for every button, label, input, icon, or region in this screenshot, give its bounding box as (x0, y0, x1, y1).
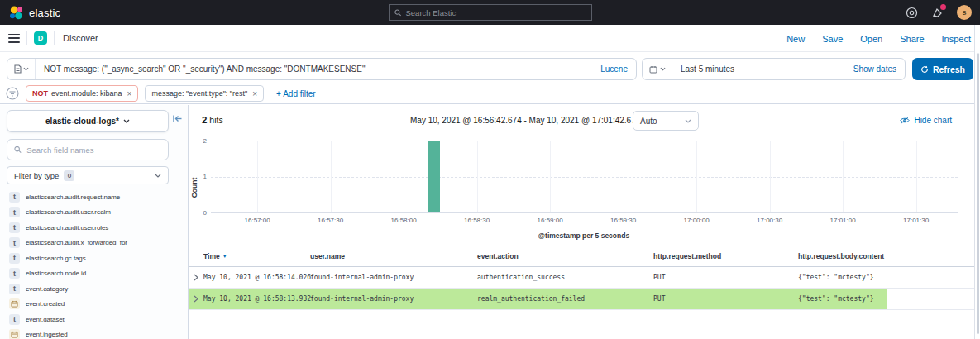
notifications-icon[interactable] (931, 7, 944, 19)
field-list: telasticsearch.audit.request.nametelasti… (0, 189, 188, 339)
date-picker[interactable]: Last 5 minutes Show dates (642, 58, 906, 80)
nav-action-share[interactable]: Share (900, 34, 924, 44)
hide-chart-button[interactable]: Hide chart (900, 116, 952, 125)
field-item[interactable]: telasticsearch.audit.request.name (0, 189, 188, 205)
page-scrollbar[interactable] (974, 25, 980, 339)
x-tick-16:59:30: 16:59:30 (599, 217, 648, 224)
field-search[interactable] (7, 139, 169, 160)
x-tick-17:01:00: 17:01:00 (818, 217, 868, 224)
global-header: elastic s (0, 0, 980, 25)
remove-filter-icon[interactable]: × (127, 89, 132, 98)
field-item[interactable]: tevent.category (0, 281, 188, 297)
nav-action-new[interactable]: New (786, 34, 805, 44)
calendar-icon (649, 65, 657, 74)
x-tick-16:58:30: 16:58:30 (452, 217, 502, 224)
string-field-icon: t (9, 284, 20, 294)
filter-by-type-button[interactable]: Filter by type 0 (7, 166, 169, 184)
nav-action-open[interactable]: Open (860, 34, 882, 44)
filter-options-icon[interactable] (6, 87, 19, 100)
column-label: Time (203, 252, 220, 260)
nav-action-inspect[interactable]: Inspect (942, 34, 971, 44)
scrollbar-thumb[interactable] (977, 53, 979, 334)
refresh-icon (920, 65, 929, 74)
elastic-logo-icon (9, 6, 23, 20)
column-header-event-action[interactable]: event.action (477, 252, 653, 260)
string-field-icon: t (9, 222, 20, 233)
index-pattern-select[interactable]: elastic-cloud-logs* (7, 110, 169, 132)
app-nav-bar: D Discover NewSaveOpenShareInspect (0, 25, 980, 52)
column-label: http.request.method (653, 252, 721, 260)
histogram-bar[interactable] (428, 141, 441, 212)
field-item[interactable]: event.ingested (0, 327, 188, 339)
y-tick-0: 0 (195, 209, 207, 217)
sort-desc-icon[interactable]: ▼ (222, 254, 227, 259)
column-header-user-name[interactable]: user.name (310, 252, 477, 260)
collapse-sidebar-icon[interactable] (171, 112, 184, 125)
chevron-down-icon (123, 119, 130, 123)
column-label: http.request.body.content (798, 252, 884, 260)
quick-select-menu-button[interactable] (643, 59, 672, 79)
nav-action-save[interactable]: Save (822, 34, 843, 44)
table-row: May 10, 2021 @ 16:58:13.932found-interna… (189, 289, 974, 310)
field-item[interactable]: telasticsearch.audit.user.roles (0, 220, 188, 236)
query-input[interactable]: NOT message: ("_async_search" OR "_secur… (7, 58, 637, 80)
string-field-icon: t (9, 207, 20, 217)
table-body: May 10, 2021 @ 16:58:14.026found-interna… (189, 267, 974, 310)
hide-chart-label: Hide chart (914, 116, 952, 125)
cell-http-request-method: PUT (653, 274, 798, 281)
remove-filter-icon[interactable]: × (252, 89, 257, 98)
filter-bar: NOTevent.module: kibana×message: "event.… (0, 84, 980, 104)
grid-line-x (331, 141, 332, 212)
date-field-icon (9, 329, 20, 339)
grid-line-x (770, 141, 771, 212)
discover-main: 2 hits May 10, 2021 @ 16:56:42.674 - May… (189, 105, 974, 339)
field-item[interactable]: telasticsearch.node.id (0, 266, 188, 282)
results-header: 2 hits May 10, 2021 @ 16:56:42.674 - May… (189, 105, 974, 134)
query-text[interactable]: NOT message: ("_async_search" OR "_secur… (36, 64, 600, 74)
avatar-initial: s (962, 8, 966, 17)
interval-select[interactable]: Auto (633, 111, 699, 131)
refresh-button[interactable]: Refresh (912, 58, 973, 80)
space-avatar[interactable]: D (34, 31, 47, 45)
field-item[interactable]: telasticsearch.gc.tags (0, 251, 188, 266)
saved-query-menu-button[interactable] (7, 59, 36, 79)
table-row: May 10, 2021 @ 16:58:14.026found-interna… (189, 267, 974, 289)
y-tick-1: 1 (195, 173, 207, 180)
field-name: elasticsearch.audit.user.realm (26, 208, 111, 216)
cell-http-request-method: PUT (653, 295, 798, 303)
help-icon[interactable] (906, 7, 918, 19)
field-item[interactable]: tevent.dataset (0, 312, 188, 327)
histogram-chart: Count @timestamp per 5 seconds 01216:57:… (189, 134, 962, 246)
filter-pill[interactable]: NOTevent.module: kibana× (26, 85, 138, 102)
field-item[interactable]: telasticsearch.audit.user.realm (0, 205, 188, 221)
column-header-http-request-body-content[interactable]: http.request.body.content (798, 252, 947, 260)
global-search-input[interactable] (405, 8, 586, 17)
filter-pill[interactable]: message: "event.type": "rest"× (145, 85, 264, 102)
query-language-button[interactable]: Lucene (600, 64, 636, 74)
grid-line-x (257, 141, 258, 212)
field-name: elasticsearch.audit.request.name (26, 193, 120, 201)
user-avatar[interactable]: s (957, 5, 972, 20)
field-item[interactable]: telasticsearch.audit.x_forwarded_for (0, 236, 188, 251)
chevron-down-icon (660, 67, 666, 71)
field-name: elasticsearch.node.id (26, 270, 86, 277)
field-item[interactable]: event.created (0, 297, 188, 313)
menu-icon[interactable] (8, 34, 20, 43)
column-header-http-request-method[interactable]: http.request.method (653, 252, 798, 260)
show-dates-button[interactable]: Show dates (853, 64, 905, 74)
time-range-value[interactable]: Last 5 minutes (672, 64, 853, 74)
add-filter-button[interactable]: + Add filter (276, 89, 316, 98)
elastic-home-link[interactable]: elastic (0, 6, 60, 20)
query-bar: NOT message: ("_async_search" OR "_secur… (0, 52, 980, 84)
global-search[interactable] (389, 4, 592, 21)
x-tick-17:00:30: 17:00:30 (745, 217, 795, 224)
field-name: event.dataset (26, 316, 65, 323)
nav-separator (26, 31, 27, 45)
column-header-time[interactable]: Time▼ (203, 252, 310, 260)
filter-label: message: "event.type": "rest" (151, 89, 247, 98)
string-field-icon: t (9, 192, 20, 203)
expand-row-icon[interactable] (189, 295, 203, 303)
expand-row-icon[interactable] (189, 274, 203, 281)
eye-slash-icon (900, 117, 910, 124)
field-search-input[interactable] (26, 146, 161, 155)
